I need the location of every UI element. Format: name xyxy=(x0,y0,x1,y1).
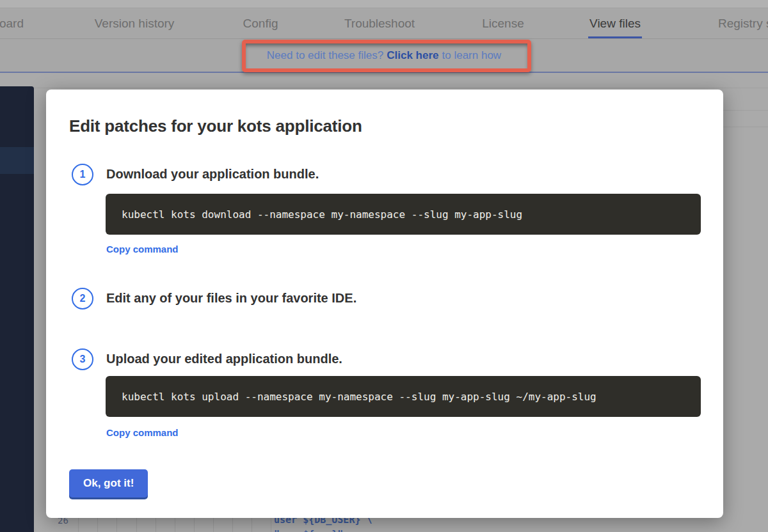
step-1-heading: Download your application bundle. xyxy=(106,167,319,182)
tab-dashboard-label: Dashboard xyxy=(0,17,24,31)
indent-guide xyxy=(136,518,137,532)
tab-troubleshoot-label: Troubleshoot xyxy=(344,17,415,31)
upload-command-text: kubectl kots upload --namespace my-names… xyxy=(122,391,596,403)
tab-registry-settings-label: Registry settings xyxy=(718,17,768,31)
modal-title: Edit patches for your kots application xyxy=(69,116,362,136)
tab-dashboard[interactable]: Dashboard xyxy=(0,9,24,38)
tab-view-files[interactable]: View files xyxy=(589,9,641,38)
indent-guide xyxy=(252,518,252,532)
step-2-heading: Edit any of your files in your favorite … xyxy=(106,291,356,306)
tab-license-label: License xyxy=(482,17,524,31)
tab-config-label: Config xyxy=(243,17,278,31)
step-2-number-badge: 2 xyxy=(72,288,93,309)
annotation-highlight-box xyxy=(242,40,531,72)
upload-command-block: kubectl kots upload --namespace my-names… xyxy=(106,376,701,417)
indent-guide xyxy=(78,518,79,532)
step-1-number: 1 xyxy=(80,169,86,180)
file-tree-sidebar xyxy=(0,86,34,532)
background-file-row-line xyxy=(722,127,768,127)
copy-upload-command-link[interactable]: Copy command xyxy=(106,427,179,438)
tab-registry-settings[interactable]: Registry settings xyxy=(718,9,768,38)
window-top-strip xyxy=(0,0,768,8)
tab-license[interactable]: License xyxy=(482,9,524,38)
content-divider xyxy=(34,88,768,88)
indent-guide xyxy=(156,518,156,532)
app-nav-bar: Dashboard Version history Config Trouble… xyxy=(0,9,768,39)
sidebar-active-item xyxy=(0,147,34,174)
indent-guide xyxy=(213,518,214,532)
download-command-text: kubectl kots download --namespace my-nam… xyxy=(122,208,522,221)
edit-patches-modal: Edit patches for your kots application 1… xyxy=(46,90,723,518)
indent-guide xyxy=(97,518,98,532)
step-1-number-badge: 1 xyxy=(72,164,93,185)
indent-guide xyxy=(232,518,233,532)
step-3-number-badge: 3 xyxy=(72,348,93,370)
editor-code-line-partial: "... ${...}" xyxy=(274,529,343,532)
ok-got-it-button[interactable]: Ok, got it! xyxy=(69,469,148,497)
indent-guide xyxy=(175,518,175,532)
tab-config[interactable]: Config xyxy=(243,9,278,38)
page: Dashboard Version history Config Trouble… xyxy=(0,0,768,532)
tab-view-files-label: View files xyxy=(589,17,641,31)
step-3-number: 3 xyxy=(80,354,86,365)
indent-guide xyxy=(194,518,195,532)
tab-troubleshoot[interactable]: Troubleshoot xyxy=(344,9,415,38)
indent-guide xyxy=(116,518,117,532)
copy-download-command-link[interactable]: Copy command xyxy=(106,244,179,254)
active-tab-underline xyxy=(588,36,642,38)
background-file-row-line xyxy=(722,110,768,111)
step-3-heading: Upload your edited application bundle. xyxy=(106,352,342,366)
step-2-number: 2 xyxy=(80,293,86,304)
tab-version-history[interactable]: Version history xyxy=(95,9,175,38)
download-command-block: kubectl kots download --namespace my-nam… xyxy=(106,194,701,235)
indent-guide xyxy=(271,518,271,532)
tab-version-history-label: Version history xyxy=(95,17,175,31)
